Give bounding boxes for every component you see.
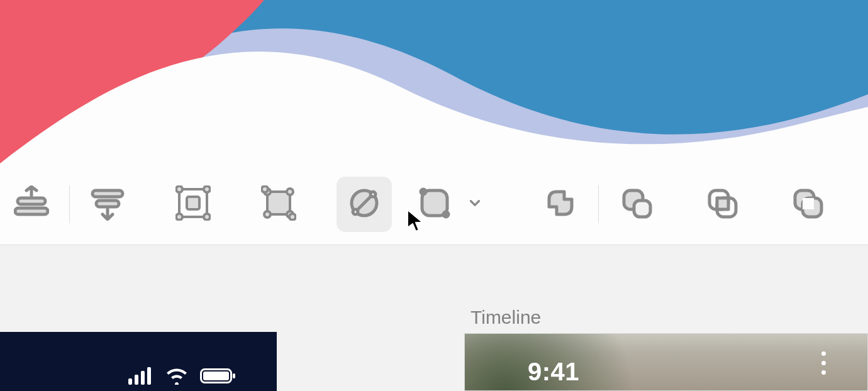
artboard-left[interactable] xyxy=(0,332,277,391)
svg-rect-34 xyxy=(128,378,132,385)
svg-point-9 xyxy=(176,186,182,192)
desktop-wallpaper xyxy=(0,0,868,163)
svg-rect-33 xyxy=(803,198,814,209)
distribute-horizontal-button[interactable] xyxy=(80,177,135,232)
boolean-union-button[interactable] xyxy=(533,177,588,232)
artboard-right-background xyxy=(465,334,867,390)
svg-point-12 xyxy=(204,214,210,220)
rotate-tool-button[interactable] xyxy=(337,177,392,232)
artboard-right[interactable]: 9:41 xyxy=(464,333,868,391)
boolean-difference-icon xyxy=(790,185,825,223)
rotate-tool-icon xyxy=(347,185,382,223)
svg-point-10 xyxy=(204,186,210,192)
svg-point-22 xyxy=(353,209,358,214)
distribute-vertical-icon xyxy=(14,185,49,223)
svg-point-15 xyxy=(287,189,293,195)
more-vertical-icon[interactable] xyxy=(821,351,826,375)
boolean-union-icon xyxy=(543,185,578,223)
svg-point-19 xyxy=(262,186,268,192)
signal-icon xyxy=(128,367,153,385)
boolean-subtract-icon xyxy=(619,185,654,223)
group-exit-icon xyxy=(261,185,296,223)
svg-point-16 xyxy=(264,211,270,218)
svg-rect-28 xyxy=(634,201,650,217)
group-enter-icon xyxy=(175,185,211,223)
svg-rect-3 xyxy=(15,208,48,214)
boolean-difference-button[interactable] xyxy=(780,177,835,232)
boolean-intersect-button[interactable] xyxy=(694,177,750,232)
distribute-vertical-button[interactable] xyxy=(4,177,59,232)
svg-point-23 xyxy=(370,192,376,197)
corner-radius-icon xyxy=(417,185,452,223)
boolean-intersect-icon xyxy=(704,185,740,223)
corner-radius-dropdown[interactable] xyxy=(462,177,487,232)
svg-point-25 xyxy=(421,189,426,194)
group-exit-button[interactable] xyxy=(251,177,306,232)
svg-rect-2 xyxy=(18,198,45,204)
svg-point-26 xyxy=(443,212,448,217)
chevron-down-icon xyxy=(467,195,483,214)
battery-icon xyxy=(200,367,236,385)
toolbar-separator xyxy=(69,185,70,223)
svg-rect-13 xyxy=(267,192,290,214)
svg-rect-36 xyxy=(141,371,145,385)
svg-rect-37 xyxy=(147,367,151,385)
artboard-label[interactable]: Timeline xyxy=(470,307,541,328)
svg-rect-40 xyxy=(233,373,235,378)
group-enter-button[interactable] xyxy=(165,177,221,232)
svg-rect-35 xyxy=(135,375,138,385)
svg-rect-8 xyxy=(187,197,199,209)
toolbar-separator xyxy=(598,185,599,223)
toolbar xyxy=(0,163,868,245)
svg-rect-39 xyxy=(203,372,229,380)
status-bar xyxy=(128,367,236,385)
distribute-horizontal-icon xyxy=(90,185,125,223)
svg-point-11 xyxy=(176,214,182,220)
svg-rect-5 xyxy=(96,201,119,207)
boolean-subtract-button[interactable] xyxy=(609,177,664,232)
design-canvas[interactable]: Timeline 9:41 xyxy=(0,245,868,391)
wifi-icon xyxy=(165,367,189,385)
clock-time: 9:41 xyxy=(528,358,579,386)
corner-radius-button[interactable] xyxy=(407,177,462,232)
svg-rect-4 xyxy=(92,190,123,197)
svg-point-18 xyxy=(289,214,296,220)
